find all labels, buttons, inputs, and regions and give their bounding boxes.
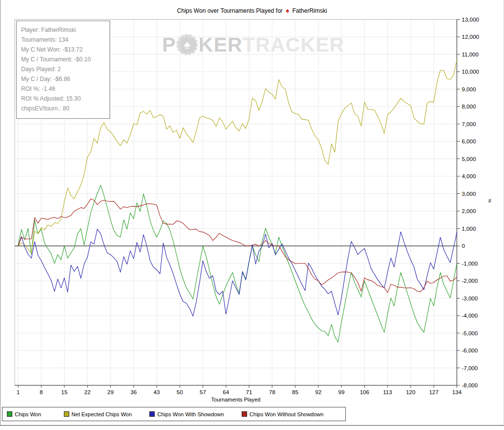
y-tick-label: -4,000: [462, 313, 478, 319]
x-tick-label: 113: [383, 389, 392, 395]
x-tick-label: 8: [40, 389, 43, 395]
x-tick-label: 92: [315, 389, 322, 395]
y-tick-label: -3,000: [462, 296, 478, 301]
y-tick-label: 5,000: [462, 156, 476, 162]
x-tick-label: 85: [292, 389, 299, 395]
y-tick-label: 0: [462, 243, 465, 249]
legend-label: Net Expected Chips Won: [72, 411, 132, 417]
legend-swatch-chips-won: [7, 411, 12, 417]
x-tick-label: 106: [360, 389, 369, 395]
stat-days-played: Days Played: 2: [21, 64, 106, 74]
legend-label: Chips Won: [15, 411, 41, 417]
x-tick-label: 1: [17, 389, 20, 395]
player-stats-box: Player: FatherRimski Tournaments: 134 My…: [16, 21, 110, 119]
x-axis-title: Tournaments Played: [15, 397, 457, 403]
x-tick-label: 57: [200, 389, 206, 395]
stat-per-tournament: My C / Tournament: -$0.10: [21, 54, 106, 64]
y-tick-label: 10,000: [462, 69, 479, 75]
y-tick-label: -1,000: [462, 261, 478, 267]
x-tick-label: 22: [84, 389, 91, 395]
x-tick-label: 50: [177, 389, 183, 395]
stat-roi-adjusted: ROI % Adjusted: 15.30: [21, 94, 106, 104]
legend-item-with-showdown: Chips Won With Showdown: [149, 411, 224, 417]
y-tick-label: 11,000: [462, 52, 478, 57]
stat-chips-ev: chipsEV/tourn.: 80: [21, 104, 106, 113]
stat-roi: ROI %: -1.46: [21, 84, 106, 94]
x-tick-label: 36: [131, 389, 137, 395]
legend-swatch-net-expected: [64, 411, 69, 417]
y-tick-label: 13,000: [462, 17, 479, 23]
y-tick-label: -8,000: [462, 382, 478, 388]
pokertracker-graph-window: Chips Won over Tournaments Played for ♠ …: [0, 0, 504, 430]
y-tick-label: 4,000: [462, 173, 476, 179]
y-tick-label: -5,000: [462, 330, 478, 336]
legend-label: Chips Won With Showdown: [157, 411, 224, 417]
stat-per-day: My C / Day: -$6.86: [21, 74, 106, 84]
x-tick-label: 64: [223, 389, 229, 395]
x-tick-label: 29: [108, 389, 114, 395]
y-tick-label: -7,000: [462, 365, 478, 371]
legend-item-without-showdown: Chips Won Without Showdown: [242, 411, 324, 417]
legend-item-chips-won: Chips Won: [7, 411, 41, 417]
x-tick-label: 134: [452, 389, 462, 395]
x-tick-label: 15: [61, 389, 68, 395]
y-tick-label: 6,000: [462, 138, 476, 144]
y-tick-label: 9,000: [462, 86, 476, 92]
y-tick-label: 1,000: [462, 226, 476, 232]
y-tick-label: 8,000: [462, 104, 476, 109]
window-bottom-border: [0, 425, 504, 426]
legend-label: Chips Won Without Showdown: [250, 411, 324, 417]
chart-legend: Chips Won Net Expected Chips Won Chips W…: [2, 407, 346, 421]
y-tick-label: 2,000: [462, 208, 476, 214]
stat-player: Player: FatherRimski: [21, 25, 106, 35]
y-axis-title: #: [488, 198, 491, 204]
stat-net-won: My C Net Won: -$13.72: [21, 45, 106, 54]
legend-item-net-expected: Net Expected Chips Won: [64, 411, 132, 417]
x-tick-label: 120: [406, 389, 415, 395]
x-tick-label: 78: [269, 389, 276, 395]
y-tick-label: 3,000: [462, 191, 476, 197]
x-tick-label: 127: [429, 389, 438, 395]
y-tick-label: -2,000: [462, 278, 478, 284]
y-tick-label: -6,000: [462, 348, 478, 353]
y-tick-label: 12,000: [462, 34, 479, 40]
x-tick-label: 99: [338, 389, 345, 395]
stat-tournaments: Tournaments: 134: [21, 35, 106, 45]
x-tick-label: 43: [154, 389, 160, 395]
legend-swatch-without-showdown: [242, 411, 247, 417]
y-tick-label: 7,000: [462, 121, 476, 127]
legend-swatch-with-showdown: [149, 411, 155, 417]
x-tick-label: 71: [246, 389, 252, 395]
